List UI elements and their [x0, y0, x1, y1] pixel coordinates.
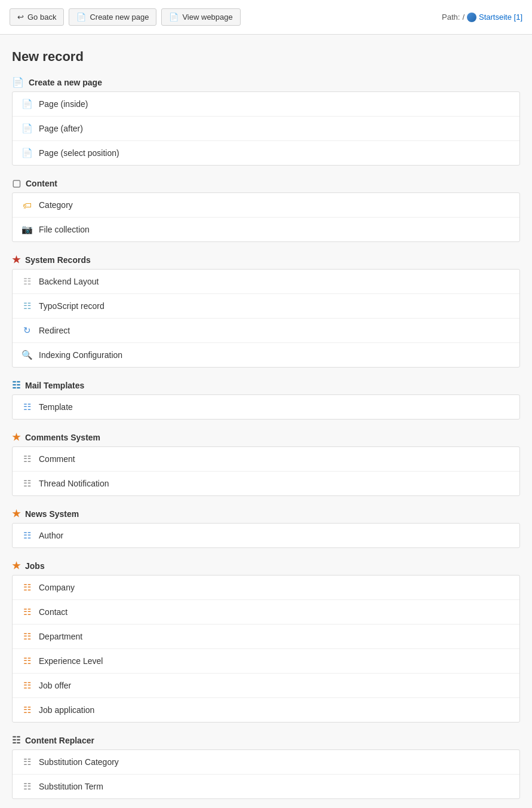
- page-inside-label: Page (inside): [39, 99, 88, 109]
- company-label: Company: [39, 583, 75, 592]
- content-replacer-list: ☷ Substitution Category ☷ Substitution T…: [12, 749, 520, 799]
- create-new-page-label: Create new page: [90, 13, 149, 22]
- thread-notification-label: Thread Notification: [39, 479, 109, 488]
- main-content: New record 📄 Create a new page 📄 Page (i…: [0, 35, 532, 808]
- create-page-icon: 📄: [76, 13, 86, 22]
- list-item[interactable]: ☷ Author: [13, 524, 519, 547]
- path-separator: /: [462, 13, 465, 22]
- department-label: Department: [39, 632, 82, 641]
- section-header-create-page: 📄 Create a new page: [12, 76, 520, 88]
- typoscript-record-label: TypoScript record: [39, 301, 104, 311]
- contact-label: Contact: [39, 607, 67, 617]
- list-item[interactable]: ☷ Contact: [13, 600, 519, 625]
- list-item[interactable]: 🏷 Category: [13, 193, 519, 218]
- category-label: Category: [39, 200, 73, 210]
- template-label: Template: [39, 402, 73, 412]
- list-item[interactable]: 📄 Page (select position): [13, 141, 519, 165]
- jobs-list: ☷ Company ☷ Contact ☷ Department ☷ Exper…: [12, 575, 520, 723]
- list-item[interactable]: ☷ Substitution Term: [13, 775, 519, 798]
- create-page-list: 📄 Page (inside) 📄 Page (after) 📄 Page (s…: [12, 91, 520, 166]
- page-select-position-icon: 📄: [21, 147, 33, 159]
- list-item[interactable]: 📄 Page (inside): [13, 92, 519, 117]
- comment-icon: ☷: [21, 453, 33, 465]
- page-after-icon: 📄: [21, 123, 33, 134]
- experience-level-icon: ☷: [21, 655, 33, 667]
- jobs-section-icon: ★: [12, 560, 20, 571]
- create-new-page-button[interactable]: 📄 Create new page: [69, 8, 156, 26]
- file-collection-label: File collection: [39, 225, 90, 234]
- experience-level-label: Experience Level: [39, 656, 103, 666]
- mail-templates-list: ☷ Template: [12, 394, 520, 420]
- news-section-icon: ★: [12, 508, 20, 519]
- go-back-button[interactable]: ↩ Go back: [10, 8, 64, 26]
- view-webpage-icon: 📄: [169, 13, 179, 22]
- list-item[interactable]: 🔍 Indexing Configuration: [13, 343, 519, 367]
- breadcrumb-link[interactable]: Startseite [1]: [479, 13, 522, 22]
- section-header-content-replacer: ☷ Content Replacer: [12, 734, 520, 746]
- backend-layout-label: Backend Layout: [39, 277, 99, 286]
- section-header-system-records: ★ System Records: [12, 254, 520, 265]
- contact-icon: ☷: [21, 606, 33, 618]
- comment-label: Comment: [39, 454, 75, 464]
- file-collection-icon: 📷: [21, 224, 33, 235]
- list-item[interactable]: ↻ Redirect: [13, 319, 519, 343]
- job-offer-icon: ☷: [21, 680, 33, 691]
- list-item[interactable]: ☷ Job application: [13, 698, 519, 722]
- content-replacer-section-icon: ☷: [12, 734, 20, 746]
- globe-icon: [467, 13, 476, 22]
- content-section-label: Content: [26, 179, 57, 188]
- section-header-comments-system: ★ Comments System: [12, 431, 520, 443]
- redirect-icon: ↻: [21, 325, 33, 336]
- path-label: Path:: [442, 13, 460, 22]
- section-header-news-system: ★ News System: [12, 508, 520, 519]
- list-item[interactable]: ☷ Thread Notification: [13, 472, 519, 495]
- list-item[interactable]: 📄 Page (after): [13, 117, 519, 141]
- system-records-list: ☷ Backend Layout ☷ TypoScript record ↻ R…: [12, 269, 520, 368]
- list-item[interactable]: ☷ Template: [13, 395, 519, 419]
- indexing-configuration-icon: 🔍: [21, 349, 33, 361]
- list-item[interactable]: ☷ Company: [13, 576, 519, 600]
- substitution-category-icon: ☷: [21, 756, 33, 768]
- backend-layout-icon: ☷: [21, 276, 33, 287]
- topbar: ↩ Go back 📄 Create new page 📄 View webpa…: [0, 0, 532, 35]
- mail-templates-section-icon: ☷: [12, 379, 20, 391]
- list-item[interactable]: ☷ TypoScript record: [13, 294, 519, 319]
- page-select-position-label: Page (select position): [39, 148, 119, 158]
- page-inside-icon: 📄: [21, 98, 33, 110]
- list-item[interactable]: ☷ Job offer: [13, 674, 519, 698]
- mail-templates-section-label: Mail Templates: [25, 381, 84, 390]
- substitution-term-icon: ☷: [21, 781, 33, 792]
- list-item[interactable]: ☷ Comment: [13, 447, 519, 472]
- section-header-jobs: ★ Jobs: [12, 560, 520, 571]
- substitution-category-label: Substitution Category: [39, 757, 119, 767]
- job-application-icon: ☷: [21, 704, 33, 716]
- breadcrumb-path: Path: / Startseite [1]: [442, 13, 522, 22]
- system-records-section-label: System Records: [25, 255, 91, 265]
- redirect-label: Redirect: [39, 326, 70, 335]
- comments-section-label: Comments System: [25, 433, 100, 442]
- list-item[interactable]: ☷ Department: [13, 625, 519, 649]
- author-label: Author: [39, 531, 63, 540]
- list-item[interactable]: ☷ Backend Layout: [13, 270, 519, 294]
- section-header-mail-templates: ☷ Mail Templates: [12, 379, 520, 391]
- list-item[interactable]: 📷 File collection: [13, 218, 519, 241]
- author-icon: ☷: [21, 530, 33, 541]
- comments-list: ☷ Comment ☷ Thread Notification: [12, 446, 520, 496]
- news-list: ☷ Author: [12, 523, 520, 548]
- department-icon: ☷: [21, 631, 33, 642]
- system-records-section-icon: ★: [12, 254, 20, 265]
- view-webpage-button[interactable]: 📄 View webpage: [161, 8, 240, 26]
- list-item[interactable]: ☷ Experience Level: [13, 649, 519, 674]
- view-webpage-label: View webpage: [182, 13, 232, 22]
- content-section-icon: ▢: [12, 177, 21, 189]
- create-page-section-label: Create a new page: [29, 78, 102, 87]
- create-page-section-icon: 📄: [12, 76, 24, 88]
- section-header-content: ▢ Content: [12, 177, 520, 189]
- company-icon: ☷: [21, 581, 33, 593]
- content-list: 🏷 Category 📷 File collection: [12, 192, 520, 242]
- comments-section-icon: ★: [12, 431, 20, 443]
- jobs-section-label: Jobs: [25, 561, 45, 571]
- substitution-term-label: Substitution Term: [39, 782, 103, 791]
- list-item[interactable]: ☷ Substitution Category: [13, 750, 519, 775]
- breadcrumb-label: Startseite [1]: [479, 13, 522, 22]
